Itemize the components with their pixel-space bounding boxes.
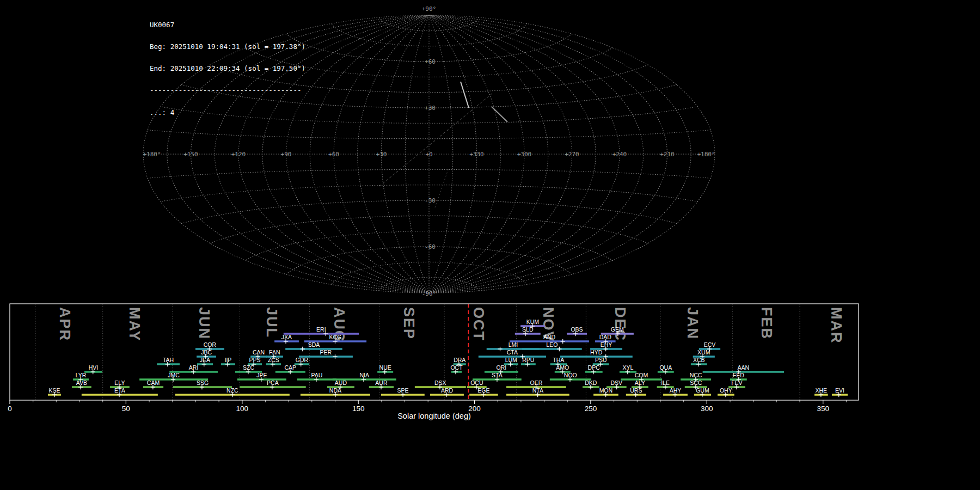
shower-code-label: DAD [599, 334, 612, 340]
shower: MON [593, 387, 618, 397]
shower: JEA [197, 357, 213, 366]
meridian-line [429, 15, 572, 293]
parallel-line [286, 247, 572, 274]
month-label: JUN [196, 307, 212, 340]
shower: SPE [381, 387, 425, 397]
shower-code-label: HYD [590, 349, 603, 356]
shower-code-label: JMC [168, 372, 180, 378]
month-label: APR [57, 307, 73, 341]
shower-code-label: KCG [329, 334, 342, 340]
session-info: UK0067 Beg: 20251010 19:04:31 (sol = 197… [150, 7, 305, 131]
shower-code-label: CTA [507, 349, 518, 356]
lon-label: +90 [281, 151, 292, 158]
shower-code-label: OHY [720, 387, 732, 394]
shower: GDR [295, 357, 309, 366]
shower: AUR [369, 379, 394, 389]
shower-code-label: GDR [296, 357, 309, 363]
shower: ETA [82, 387, 158, 397]
shower-code-label: DPC [588, 364, 601, 371]
shower-code-label: SPE [397, 387, 408, 394]
shower-code-label: CAM [147, 379, 160, 386]
shower-code-label: PAU [311, 372, 323, 378]
shower-code-label: NIA [359, 372, 369, 378]
shower-code-label: EVI [835, 387, 844, 394]
lon-label: +240 [612, 151, 627, 158]
shower-code-label: AAN [738, 364, 750, 371]
shower: XYL [620, 364, 636, 374]
shower-code-label: ELY [114, 379, 125, 386]
shower: DSX [415, 379, 466, 389]
shower-code-label: IIP [225, 357, 232, 363]
shower-code-label: XCB [693, 357, 705, 363]
lon-label: +150 [183, 151, 198, 158]
shower-code-label: JEA [200, 357, 210, 363]
shower: DPC [585, 364, 603, 374]
shower-code-label: ALY [635, 379, 645, 386]
shower-code-label: COM [635, 372, 648, 378]
lon-label: +270 [565, 151, 579, 158]
shower-code-label: OER [530, 379, 542, 386]
shower-code-label: PCA [267, 379, 279, 386]
shower: KSE [48, 387, 61, 397]
pole-label-top: +90° [422, 5, 437, 13]
begin-time: Beg: 20251010 19:04:31 (sol = 197.38°) [150, 43, 305, 50]
shower-code-label: AMO [556, 364, 569, 371]
shower-code-label: PER [320, 349, 332, 356]
shower-code-label: NUE [379, 364, 391, 371]
shower-code-label: EGE [477, 387, 489, 394]
shower-code-label: NDA [329, 387, 341, 394]
shower: OCT [450, 364, 463, 374]
shower-code-label: ARI [189, 364, 199, 371]
shower: EVI [832, 387, 848, 397]
shower-timeline-chart: APRMAYJUNJULAUGSEPOCTNOVDECJANFEBMARKUME… [0, 303, 980, 490]
shower: PCA [240, 379, 306, 389]
month-label: JUL [264, 307, 280, 338]
shower: URS [626, 387, 646, 397]
shower: OBS [567, 326, 587, 336]
shower-code-label: GEM [611, 326, 624, 333]
shower: SSG [173, 379, 232, 389]
shower-code-label: NZC [226, 387, 238, 394]
parallel-line [379, 278, 479, 291]
shower: QUA [658, 364, 674, 374]
lat-label: +30 [425, 105, 436, 112]
shower-code-label: FEV [731, 379, 742, 386]
shower-code-label: AUR [375, 379, 388, 386]
shower: EGE [469, 387, 498, 397]
shower: GUM [694, 387, 711, 397]
shower-code-label: PPS [249, 357, 261, 363]
shower-code-label: ERI [316, 326, 326, 333]
shower: ARD [430, 387, 464, 397]
shower: XHE [814, 387, 828, 397]
shower-code-label: SDA [308, 341, 320, 348]
shower: SLD [515, 326, 541, 336]
shower-code-label: AND [543, 334, 556, 340]
sky-map: +90°-90°+180°+180°+0+150+120+90+60+30+33… [0, 0, 980, 303]
shower-code-label: GUM [696, 387, 709, 394]
shower-code-label: LEO [546, 341, 558, 348]
shower-code-label: DSX [434, 379, 446, 386]
shower-code-label: JXA [281, 334, 292, 340]
shower-code-label: COR [204, 341, 217, 348]
shower: ZCS [266, 357, 281, 366]
meteor-tracks [379, 82, 507, 207]
shower-code-label: OCT [450, 364, 463, 371]
shower: NDA [301, 387, 370, 397]
x-axis-title: Solar longitude (deg) [10, 412, 859, 420]
shower-code-label: OBS [571, 326, 583, 333]
lon-label: +330 [469, 151, 484, 158]
shower-code-label: AUD [335, 379, 347, 386]
shower-code-label: PSU [595, 357, 607, 363]
shower-code-label: AVB [76, 379, 87, 386]
shower-code-label: LMI [509, 341, 518, 348]
shower-code-label: ORI [497, 364, 507, 371]
month-label: JAN [684, 307, 701, 340]
shower: DKD [583, 379, 599, 389]
lon-label: +210 [660, 151, 675, 158]
shower-code-label: XHE [815, 387, 827, 394]
shower-code-label: SSG [197, 379, 209, 386]
shower-code-label: RPU [522, 357, 534, 363]
shower-code-label: THA [553, 357, 564, 363]
shower-code-label: EHY [601, 341, 612, 348]
meteor-radiant-screen: +90°-90°+180°+180°+0+150+120+90+60+30+33… [0, 0, 980, 490]
